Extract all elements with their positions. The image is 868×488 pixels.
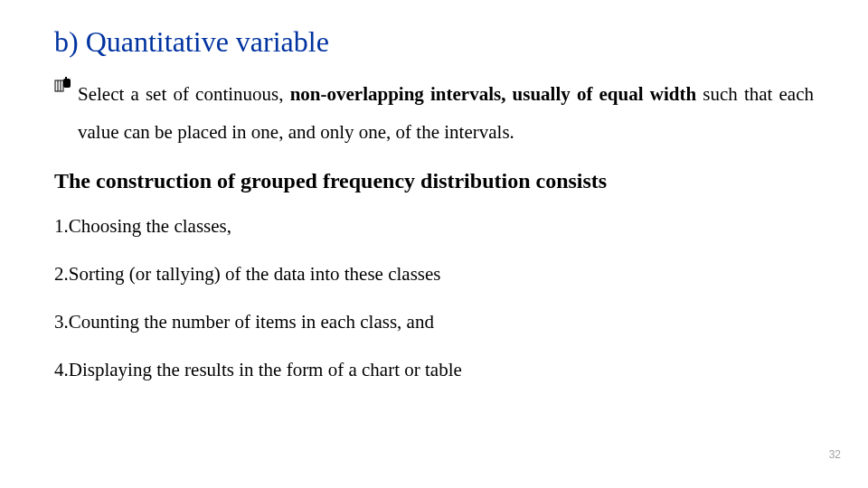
page-number: 32 — [829, 448, 841, 461]
list-item: 2.Sorting (or tallying) of the data into… — [54, 263, 814, 286]
list-item: 4.Displaying the results in the form of … — [54, 359, 814, 381]
slide: b) Quantitative variable Select a set of… — [0, 0, 868, 488]
section-title: b) Quantitative variable — [54, 25, 814, 59]
list-item: 3.Counting the number of items in each c… — [54, 311, 814, 333]
list-item: 1.Choosing the classes, — [54, 215, 814, 238]
bullet-part2-bold: non-overlapping intervals, usually of eq… — [290, 83, 696, 105]
bullet-paragraph: Select a set of continuous, non-overlapp… — [54, 75, 814, 151]
subheading: The construction of grouped frequency di… — [54, 169, 814, 193]
bullet-text: Select a set of continuous, non-overlapp… — [78, 75, 814, 151]
svg-rect-4 — [65, 77, 67, 80]
svg-rect-0 — [55, 80, 63, 91]
bullet-part1: Select a set of continuous, — [78, 83, 290, 105]
hand-icon — [54, 77, 72, 95]
